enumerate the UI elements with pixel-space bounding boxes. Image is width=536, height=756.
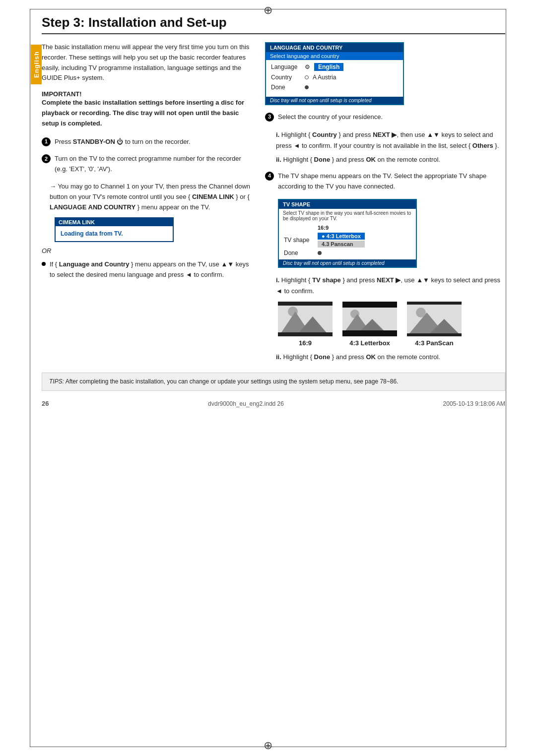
done-dot-icon xyxy=(305,85,309,89)
country-row: Country A Austria xyxy=(271,74,398,81)
step-4: 4 The TV shape menu appears on the TV. S… xyxy=(265,171,505,192)
svg-rect-5 xyxy=(278,332,333,336)
left-column: The basic installation menu will appear … xyxy=(42,42,250,363)
step-3-sub-i: i. Highlight { Country } and press NEXT … xyxy=(265,129,505,151)
step-1-content: Press STANDBY-ON ⏻ to turn on the record… xyxy=(55,137,250,147)
step-1: 1 Press STANDBY-ON ⏻ to turn on the reco… xyxy=(42,137,250,147)
option-169: 16:9 xyxy=(318,225,329,231)
svg-rect-11 xyxy=(342,330,397,336)
step-3-sub-ii-label: ii. xyxy=(276,156,281,163)
tv-shape-subtitle: Select TV shape in the way you want full… xyxy=(279,209,416,223)
step-3-sub-i-label: i. xyxy=(276,131,279,138)
tv-shape-body: 16:9 TV shape ● 4:3 Letterbox 4.3 Pansca… xyxy=(279,223,416,259)
step-4-sub-i: i. Highlight { TV shape } and press NEXT… xyxy=(265,275,505,297)
important-box: IMPORTANT! Complete the basic installati… xyxy=(42,90,250,128)
country-dot-icon xyxy=(305,75,309,79)
next-label-2: NEXT ▶ xyxy=(377,276,401,284)
language-tab: English xyxy=(31,45,42,84)
lang-country-box-title: LANGUAGE AND COUNTRY xyxy=(266,43,403,52)
cinema-box-title: CIMEMA LINK xyxy=(56,218,173,226)
step-4-text: The TV shape menu appears on the TV. Sel… xyxy=(278,171,505,192)
language-country-bold: Language and Country xyxy=(59,260,130,268)
bullet-language-country-text: If { Language and Country } menu appears… xyxy=(50,259,250,280)
lang-country-footer: Disc tray will not open until setup is c… xyxy=(266,97,403,104)
option-letterbox: ● 4:3 Letterbox xyxy=(318,233,365,240)
lang-country-box-body: Language ⚙ English Country A Austria Don… xyxy=(266,60,403,97)
content-columns: The basic installation menu will appear … xyxy=(42,42,505,363)
ok-label: OK xyxy=(366,156,376,163)
tv-shape-subtitle-text: Select TV shape in the way you want full… xyxy=(283,210,411,221)
tv-shape-box: TV SHAPE Select TV shape in the way you … xyxy=(278,199,417,268)
bullet-language-country: If { Language and Country } menu appears… xyxy=(42,259,250,280)
shape-panscan-svg xyxy=(407,302,462,336)
page-number: 26 xyxy=(42,400,49,407)
language-row-label: Language xyxy=(271,63,301,70)
back-key-icon: ◄ xyxy=(186,271,192,278)
power-icon: ⏻ xyxy=(117,138,123,145)
intro-text: The basic installation menu will appear … xyxy=(42,42,250,83)
shape-169-svg xyxy=(278,302,333,336)
shape-letterbox-wrap: 4:3 Letterbox xyxy=(342,302,397,347)
svg-rect-16 xyxy=(407,302,462,305)
tv-shape-done-row: Done xyxy=(284,250,411,256)
country-value: A Austria xyxy=(313,74,336,81)
tv-shape-row-label: TV shape xyxy=(284,237,314,244)
language-value: English xyxy=(314,63,343,71)
right-column: LANGUAGE AND COUNTRY Select language and… xyxy=(265,42,505,363)
done-row: Done xyxy=(271,84,398,91)
main-content: Step 3: Installation and Set-up The basi… xyxy=(42,15,505,741)
standby-label: STANDBY-ON xyxy=(73,138,115,145)
tv-shape-done-dot xyxy=(318,251,322,255)
shape-panscan-label: 4:3 PanScan xyxy=(415,339,453,347)
back-icon: ◄ xyxy=(293,142,300,149)
arrow-note: → You may go to Channel 1 on your TV, th… xyxy=(50,182,250,212)
step-3-sub-ii: ii. Highlight { Done } and press OK on t… xyxy=(265,154,505,165)
important-label: IMPORTANT! xyxy=(42,90,250,98)
next-label: NEXT ▶ xyxy=(373,131,397,138)
tv-shape-bold: TV shape xyxy=(312,276,341,284)
tv-shape-169-label: 16:9 xyxy=(284,225,411,231)
step-1-num: 1 xyxy=(42,137,51,146)
step-4-sub-ii-label: ii. xyxy=(276,353,281,361)
tv-shapes-row: 16:9 4:3 L xyxy=(278,302,505,347)
step-3: 3 Select the country of your residence. xyxy=(265,112,505,123)
shape-letterbox-img xyxy=(342,302,397,336)
language-country-text: LANGUAGE AND COUNTRY xyxy=(50,203,135,211)
step-4-sub-i-label: i. xyxy=(276,276,279,284)
tv-shape-main-row: TV shape ● 4:3 Letterbox 4.3 Panscan xyxy=(284,233,411,248)
shape-panscan-wrap: 4:3 PanScan xyxy=(407,302,462,347)
tv-shape-done-label: Done xyxy=(284,250,314,256)
shape-169-label: 16:9 xyxy=(299,339,312,347)
svg-rect-17 xyxy=(407,333,462,336)
shape-letterbox-svg xyxy=(342,302,397,336)
country-bold: Country xyxy=(312,131,337,138)
language-gear-icon: ⚙ xyxy=(305,63,310,70)
step-2-num: 2 xyxy=(42,154,51,163)
cinema-link-text: CINEMA LINK xyxy=(192,193,234,200)
shape-169-img xyxy=(278,302,333,336)
language-tab-label: English xyxy=(33,51,40,78)
arrow-ud-icon-2: ▲▼ xyxy=(416,276,429,284)
step-3-text: Select the country of your residence. xyxy=(278,112,383,123)
arrow-icon: → xyxy=(50,183,56,190)
important-text: Complete the basic installation settings… xyxy=(42,98,250,128)
step-4-num: 4 xyxy=(265,172,274,181)
tips-text: After completing the basic installation,… xyxy=(66,378,399,385)
done-row-label: Done xyxy=(271,84,301,91)
shape-letterbox-label: 4:3 Letterbox xyxy=(349,339,390,347)
step-3-num: 3 xyxy=(265,113,274,122)
ok-label-2: OK xyxy=(366,353,376,361)
done-bold: Done xyxy=(314,156,331,163)
arrow-keys-icon: ▲▼ xyxy=(221,260,234,268)
tips-prefix: TIPS: xyxy=(49,378,64,385)
option-panscan: 4.3 Panscan xyxy=(318,241,365,248)
shape-panscan-img xyxy=(407,302,462,336)
others-label: Others xyxy=(472,142,493,149)
page-border-left xyxy=(30,9,30,747)
page-footer: 26 dvdr9000h_eu_eng2.indd 26 2005-10-13 … xyxy=(42,400,505,407)
or-text: OR xyxy=(42,247,250,254)
country-row-label: Country xyxy=(271,74,301,81)
svg-rect-10 xyxy=(342,302,397,308)
cinema-link-box: CIMEMA LINK Loading data from TV. xyxy=(55,217,174,242)
done-bold-2: Done xyxy=(314,353,331,361)
